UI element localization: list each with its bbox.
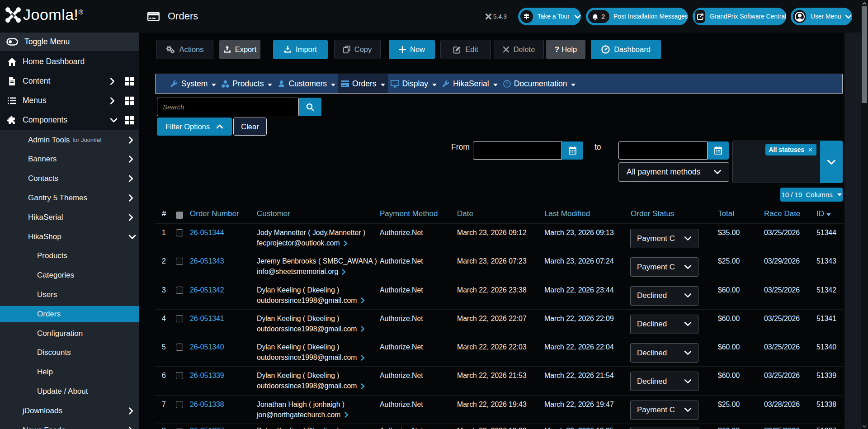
- svg-text:?: ?: [505, 81, 508, 86]
